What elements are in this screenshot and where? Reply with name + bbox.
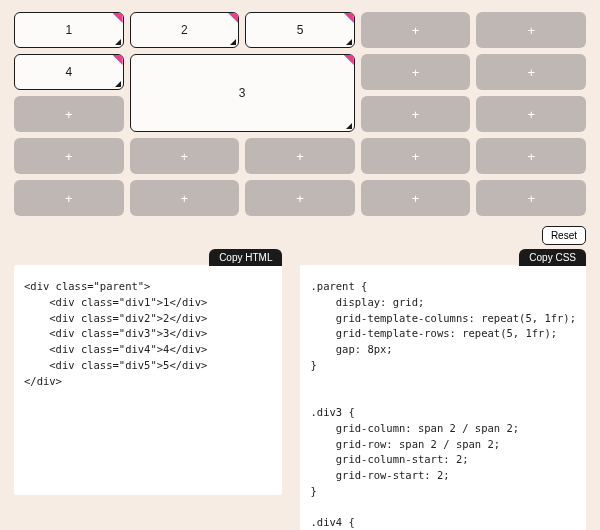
cell-label: 1 [65, 23, 72, 37]
plus-icon: + [296, 191, 304, 206]
grid-cell-empty[interactable]: + [130, 180, 240, 216]
grid-cell-1[interactable]: 1 [14, 12, 124, 48]
grid-cell-2[interactable]: 2 [130, 12, 240, 48]
plus-icon: + [527, 191, 535, 206]
plus-icon: + [527, 107, 535, 122]
close-icon[interactable] [113, 55, 123, 65]
html-panel: Copy HTML <div class="parent"> <div clas… [14, 265, 282, 530]
plus-icon: + [65, 107, 73, 122]
plus-icon: + [412, 65, 420, 80]
resize-handle-icon[interactable] [346, 39, 352, 45]
grid-editor[interactable]: 1 2 5 + + 4 3 + + + + + + + + + + + + + … [14, 12, 586, 216]
plus-icon: + [296, 149, 304, 164]
grid-cell-4[interactable]: 4 [14, 54, 124, 90]
grid-cell-empty[interactable]: + [14, 96, 124, 132]
cell-label: 3 [239, 86, 246, 100]
html-code[interactable]: <div class="parent"> <div class="div1">1… [24, 279, 272, 389]
resize-handle-icon[interactable] [346, 123, 352, 129]
grid-cell-empty[interactable]: + [361, 54, 471, 90]
close-icon[interactable] [113, 13, 123, 23]
plus-icon: + [412, 191, 420, 206]
grid-cell-empty[interactable]: + [476, 54, 586, 90]
plus-icon: + [412, 107, 420, 122]
plus-icon: + [412, 149, 420, 164]
grid-cell-5[interactable]: 5 [245, 12, 355, 48]
close-icon[interactable] [344, 55, 354, 65]
grid-cell-empty[interactable]: + [245, 138, 355, 174]
plus-icon: + [181, 149, 189, 164]
reset-button[interactable]: Reset [542, 226, 586, 245]
plus-icon: + [412, 23, 420, 38]
grid-cell-empty[interactable]: + [476, 12, 586, 48]
cell-label: 4 [65, 65, 72, 79]
plus-icon: + [181, 191, 189, 206]
grid-cell-empty[interactable]: + [361, 12, 471, 48]
plus-icon: + [527, 65, 535, 80]
close-icon[interactable] [228, 13, 238, 23]
grid-cell-empty[interactable]: + [361, 180, 471, 216]
copy-css-button[interactable]: Copy CSS [519, 249, 586, 266]
resize-handle-icon[interactable] [230, 39, 236, 45]
plus-icon: + [527, 149, 535, 164]
grid-cell-empty[interactable]: + [476, 138, 586, 174]
grid-cell-empty[interactable]: + [245, 180, 355, 216]
grid-cell-empty[interactable]: + [476, 180, 586, 216]
copy-html-button[interactable]: Copy HTML [209, 249, 282, 266]
plus-icon: + [65, 191, 73, 206]
cell-label: 5 [297, 23, 304, 37]
grid-cell-empty[interactable]: + [14, 180, 124, 216]
css-code[interactable]: .parent { display: grid; grid-template-c… [310, 279, 576, 530]
resize-handle-icon[interactable] [115, 81, 121, 87]
css-panel: Copy CSS .parent { display: grid; grid-t… [300, 265, 586, 530]
grid-cell-empty[interactable]: + [361, 138, 471, 174]
grid-cell-3[interactable]: 3 [130, 54, 355, 132]
grid-cell-empty[interactable]: + [130, 138, 240, 174]
grid-cell-empty[interactable]: + [476, 96, 586, 132]
grid-cell-empty[interactable]: + [14, 138, 124, 174]
grid-cell-empty[interactable]: + [361, 96, 471, 132]
resize-handle-icon[interactable] [115, 39, 121, 45]
plus-icon: + [65, 149, 73, 164]
close-icon[interactable] [344, 13, 354, 23]
cell-label: 2 [181, 23, 188, 37]
plus-icon: + [527, 23, 535, 38]
